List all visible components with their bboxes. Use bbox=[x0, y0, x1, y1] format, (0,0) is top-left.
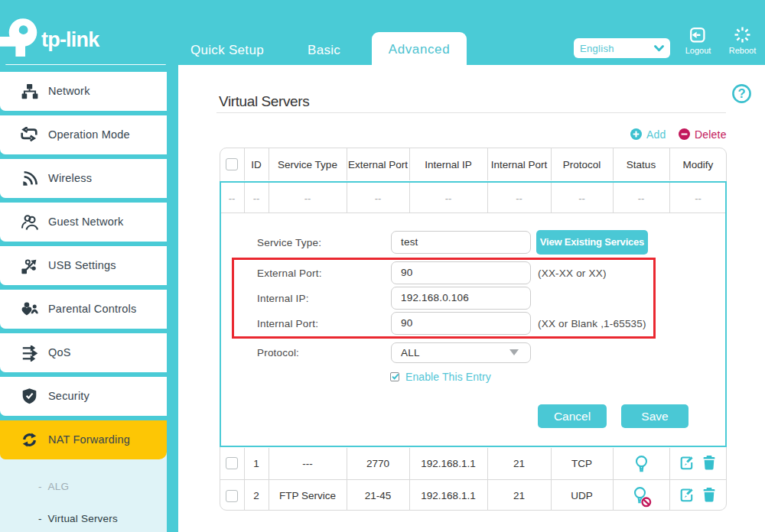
svg-text:tp-link: tp-link bbox=[41, 28, 100, 51]
svg-text:?: ? bbox=[737, 86, 745, 100]
